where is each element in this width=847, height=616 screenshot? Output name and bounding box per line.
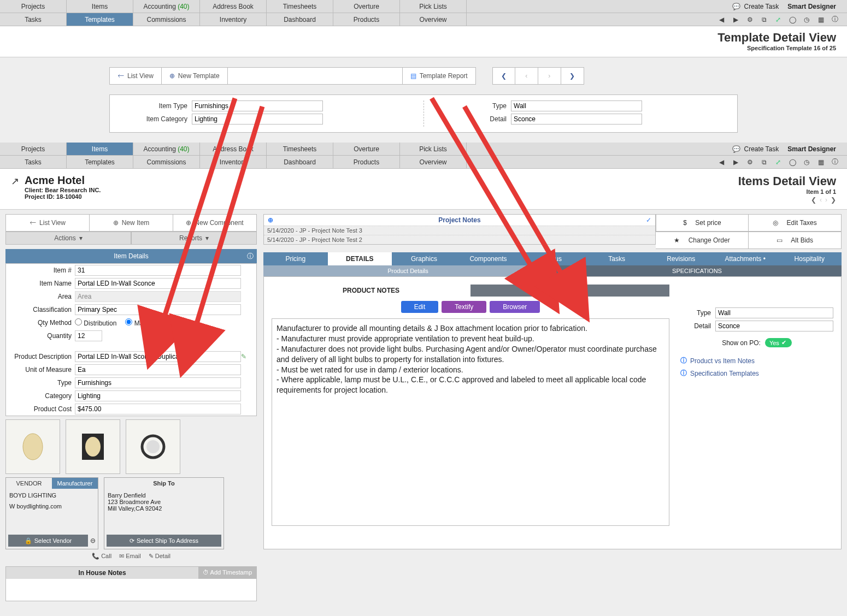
i-tab-overture[interactable]: Overture [333,143,400,155]
note-check-icon[interactable]: ✓ [642,216,655,224]
i-tab-pick-lists[interactable]: Pick Lists [400,143,467,155]
i-tab-inventory[interactable]: Inventory [200,156,267,168]
item-type-field[interactable] [192,100,323,111]
copy-icon[interactable]: ⧉ [760,158,768,167]
add-note-icon[interactable]: ⊕ [264,216,277,224]
user-icon[interactable]: ◯ [788,15,797,24]
nav-next-icon[interactable]: ▶ [731,15,740,24]
info-icon[interactable]: ⓘ [831,15,839,24]
i-tab-products[interactable]: Products [333,156,400,168]
nav-prev-icon[interactable]: ◀ [717,15,726,24]
i-tab-projects[interactable]: Projects [0,143,67,155]
tab-details[interactable]: DETAILS [328,252,392,265]
subtab-specifications[interactable]: SPECIFICATIONS [552,265,842,276]
browser-button[interactable]: Browser [490,301,540,313]
tab-timesheets[interactable]: Timesheets [267,0,333,13]
i-tab-address-book[interactable]: Address Book [200,143,267,155]
i-tab-timesheets[interactable]: Timesheets [267,143,333,155]
tab-status[interactable]: Status [520,252,585,265]
show-po-toggle[interactable]: Yes✔ [765,338,792,347]
tab-dashboard[interactable]: Dashboard [267,13,333,26]
type-field[interactable] [511,100,642,111]
i-tab-commissions[interactable]: Commissions [133,156,200,168]
item-number-field[interactable] [75,265,241,276]
call-action[interactable]: 📞 Call [92,553,111,560]
edit-taxes-button[interactable]: ◎ Edit Taxes [749,214,842,232]
expand-icon[interactable]: ⤢ [774,15,783,24]
reports-dropdown[interactable]: Reports▾ [131,232,257,245]
project-note-1[interactable]: 5/14/2020 - JP - Project Note Test 3 [264,226,655,235]
thumbnail-3[interactable] [126,419,180,474]
email-action[interactable]: ✉ Email [119,553,141,560]
grid-icon[interactable]: ▦ [816,158,825,167]
tab-tasks[interactable]: Tasks [0,13,67,26]
classification-field[interactable] [75,304,241,315]
tab-templates[interactable]: Templates [67,13,133,26]
tab-products[interactable]: Products [333,13,400,26]
item-notes-header[interactable]: Item Notes [470,285,669,297]
tab-revisions[interactable]: Revisions [649,252,713,265]
tab-attachments[interactable]: Attachments • [713,252,778,265]
product-vs-item-notes-link[interactable]: ⓘProduct vs Item Notes [680,356,833,365]
next-button[interactable]: › [538,67,561,85]
tab-pick-lists[interactable]: Pick Lists [400,0,467,13]
info-icon[interactable]: ⓘ [247,252,254,261]
tab-pricing[interactable]: Pricing [263,252,328,265]
i-tab-tasks[interactable]: Tasks [0,156,67,168]
select-vendor-button[interactable]: 🔒Select Vendor [8,535,88,547]
i-tab-dashboard[interactable]: Dashboard [267,156,333,168]
prev-button[interactable]: ‹ [515,67,538,85]
edit-pencil-icon[interactable]: ✎ [241,353,253,360]
copy-icon[interactable]: ⧉ [760,15,768,24]
user-icon[interactable]: ◯ [788,158,797,167]
textify-button[interactable]: Textify [442,301,486,313]
create-task[interactable]: 💬 Create Task [732,3,779,10]
i-tab-items[interactable]: Items [67,143,133,155]
gear-icon[interactable]: ⚙ [745,158,754,167]
last-button[interactable]: ❯ [561,67,584,85]
nav-prev-icon[interactable]: ◀ [717,158,726,167]
info-icon[interactable]: ⓘ [831,158,839,167]
project-note-2[interactable]: 5/14/2020 - JP - Project Note Test 2 [264,235,655,244]
uom-field[interactable] [75,364,241,375]
qty-distribution-radio[interactable] [75,318,82,325]
spec-type-field[interactable] [715,307,833,318]
clock-icon[interactable]: ◷ [802,15,811,24]
select-shipto-button[interactable]: ⟳Select Ship To Address [107,535,221,547]
first-button[interactable]: ❮ [492,67,515,85]
product-notes-body[interactable]: Manufacturer to provide all mounting det… [272,318,669,526]
qty-method-radio[interactable]: Distribution Manual [75,317,241,328]
add-timestamp-button[interactable]: ⏱ Add Timestamp [198,567,256,579]
new-template-button[interactable]: ⊕ New Template [162,67,228,85]
tab-components[interactable]: Components [456,252,521,265]
thumbnail-2[interactable] [66,419,120,474]
tab-graphics[interactable]: Graphics [392,252,456,265]
first-icon[interactable]: ❮ [811,196,816,204]
tab-commissions[interactable]: Commissions [133,13,200,26]
manufacturer-tab[interactable]: Manufacturer [52,478,98,489]
tab-tasks[interactable]: Tasks [585,252,649,265]
list-view-button[interactable]: 🡐 List View [5,214,90,232]
detail-action[interactable]: ✎ Detail [149,553,170,560]
last-icon[interactable]: ❯ [831,196,836,204]
change-order-button[interactable]: ★ Change Order [656,232,749,249]
tab-overview[interactable]: Overview [400,13,467,26]
quantity-field[interactable] [75,330,102,341]
alt-bids-button[interactable]: ▭ Alt Bids [749,232,842,249]
qty-manual-radio[interactable] [125,318,132,325]
actions-dropdown[interactable]: Actions▾ [5,232,131,245]
template-report-button[interactable]: ▤ Template Report [403,67,476,85]
edit-notes-button[interactable]: Edit [401,301,439,313]
gear-icon[interactable]: ⚙ [745,15,754,24]
list-view-button[interactable]: 🡐 List View [109,67,162,85]
product-cost-field[interactable] [75,404,241,414]
tab-accounting[interactable]: Accounting (40) [133,0,200,13]
grid-icon[interactable]: ▦ [816,15,825,24]
item-type-field[interactable] [75,377,241,388]
next-icon[interactable]: › [825,196,827,204]
subtab-product-details[interactable]: Product Details [263,265,552,276]
clock-icon[interactable]: ◷ [802,158,811,167]
i-tab-accounting[interactable]: Accounting (40) [133,143,200,155]
new-component-button[interactable]: ⊕ New Component [173,214,257,232]
spec-detail-field[interactable] [715,321,833,331]
